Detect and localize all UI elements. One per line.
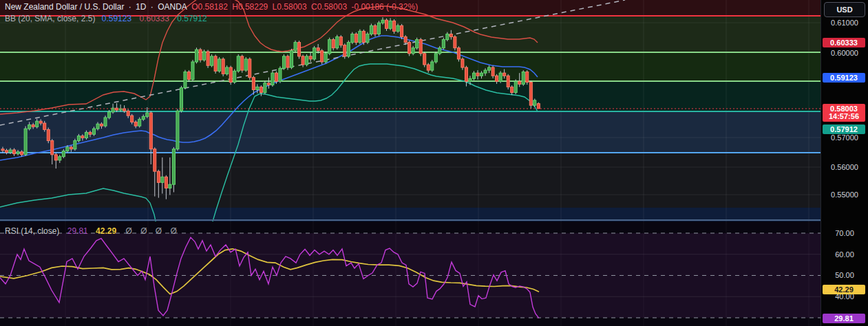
symbol-legend[interactable]: New Zealand Dollar / U.S. Dollar · 1D · … bbox=[5, 2, 420, 12]
trading-chart-window: New Zealand Dollar / U.S. Dollar · 1D · … bbox=[0, 0, 868, 326]
price-axis-label: 0.60000 bbox=[821, 49, 868, 57]
rsi-axis-label: 60.00 bbox=[821, 250, 868, 259]
separator: · bbox=[151, 2, 154, 12]
bb-indicator-legend[interactable]: BB (20, SMA, close, 2.5) 0.59123 0.60333… bbox=[5, 14, 207, 23]
rsi-indicator-pane[interactable] bbox=[0, 221, 821, 326]
symbol-title: New Zealand Dollar / U.S. Dollar bbox=[5, 2, 124, 12]
rsi-axis-label: 50.00 bbox=[821, 271, 868, 279]
rsi-empty-slot-icon: Ø bbox=[125, 226, 131, 236]
bb-upper-value: 0.60333 bbox=[139, 14, 169, 23]
bb-upper-badge: 0.60333 bbox=[823, 38, 865, 47]
separator: · bbox=[129, 2, 131, 12]
ohlc-close: C0.58003 bbox=[311, 2, 347, 12]
bb-lower-badge: 0.57912 bbox=[823, 124, 865, 134]
bb-basis-badge: 0.59123 bbox=[823, 73, 865, 83]
price-axis-scale[interactable]: USD 0.610000.600000.570000.560000.550007… bbox=[821, 0, 868, 326]
ohlc-low: L0.58003 bbox=[273, 2, 307, 12]
timeframe: 1D bbox=[136, 2, 146, 12]
price-change: -0.00186 (-0.32%) bbox=[351, 2, 418, 12]
bb-label: BB (20, SMA, close, 2.5) bbox=[5, 14, 95, 23]
price-axis-label: 0.61000 bbox=[821, 19, 868, 27]
last-price-badge: 0.5800314:57:56 bbox=[823, 104, 865, 122]
currency-toggle-button[interactable]: USD bbox=[824, 2, 865, 17]
ohlc-high: H0.58229 bbox=[232, 2, 268, 12]
rsi-ma-badge: 42.29 bbox=[823, 285, 865, 294]
pane-resize-divider[interactable] bbox=[0, 219, 821, 221]
price-chart-pane[interactable] bbox=[0, 0, 821, 221]
rsi-empty-slot-icon: Ø bbox=[156, 226, 162, 236]
rsi-ma-value: 42.29 bbox=[96, 226, 116, 236]
price-axis-label: 0.55000 bbox=[821, 191, 868, 199]
bar-countdown-timer: 14:57:56 bbox=[823, 113, 865, 120]
rsi-value: 29.81 bbox=[67, 226, 88, 236]
rsi-chart-canvas[interactable] bbox=[0, 221, 821, 326]
bb-lower-value: 0.57912 bbox=[177, 14, 207, 23]
bb-basis-value: 0.59123 bbox=[102, 14, 131, 23]
rsi-value-badge: 29.81 bbox=[823, 314, 865, 323]
price-axis-label: 0.57000 bbox=[821, 133, 868, 142]
price-axis-label: 0.56000 bbox=[821, 163, 868, 171]
exchange-name: OANDA bbox=[158, 2, 187, 12]
ohlc-open: O0.58182 bbox=[191, 2, 228, 12]
rsi-empty-slot-icon: Ø bbox=[140, 226, 147, 236]
rsi-indicator-legend[interactable]: RSI (14, close) 29.81 42.29 Ø Ø Ø Ø bbox=[5, 226, 183, 236]
rsi-empty-slot-icon: Ø bbox=[171, 226, 177, 236]
rsi-label: RSI (14, close) bbox=[5, 226, 59, 236]
candlestick-chart-canvas[interactable] bbox=[0, 0, 821, 221]
rsi-axis-label: 70.00 bbox=[821, 229, 868, 237]
